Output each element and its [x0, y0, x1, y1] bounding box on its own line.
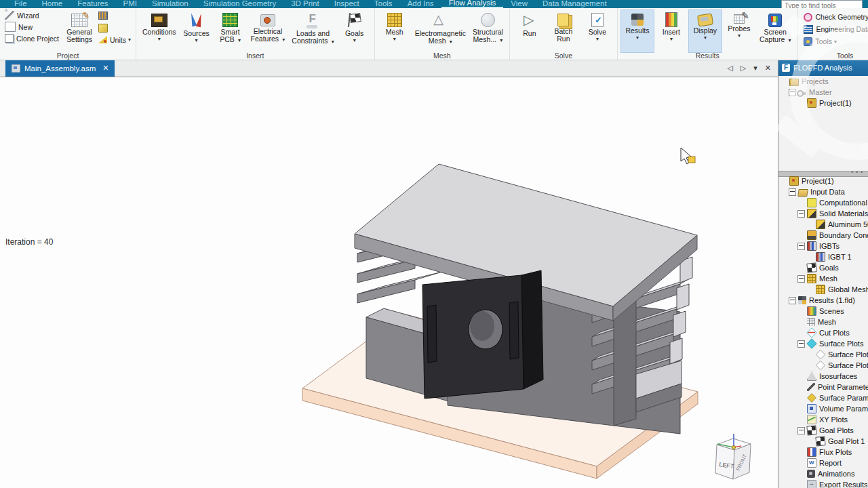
menu-item-home[interactable]: Home [35, 0, 71, 8]
new-button[interactable]: New [3, 21, 61, 33]
conditions-button[interactable]: Conditions▾ [139, 9, 180, 53]
search-input[interactable] [782, 2, 868, 9]
results-button[interactable]: Results▾ [620, 9, 654, 53]
dropdown-arrow-icon: ▾ [128, 37, 131, 43]
tree-item-label: Goals [819, 264, 839, 272]
menu-item-simulation-geometry[interactable]: Simulation Geometry [196, 0, 283, 8]
analysis-tree-item-surface-paramete[interactable]: Surface Paramete [778, 392, 868, 403]
analysis-tree-item-computational-d[interactable]: Computational D [778, 197, 868, 208]
analysis-tree-item-mesh[interactable]: Mesh [778, 317, 868, 327]
analysis-tree-item-igbt-1[interactable]: IGBT 1 [778, 251, 868, 262]
batch-run-button[interactable]: BatchRun [547, 9, 580, 53]
expand-collapse-box[interactable] [797, 210, 805, 218]
menu-item-pmi[interactable]: PMI [116, 0, 144, 8]
analysis-tree-item-project-1[interactable]: Project(1) [778, 176, 868, 186]
units-icon [98, 36, 107, 43]
wizard-button[interactable]: Wizard [3, 9, 61, 21]
goals-button[interactable]: Goals▾ [338, 9, 372, 53]
pcb-chip-button[interactable] [96, 9, 110, 22]
tab-bar-close-icon[interactable]: ✕ [765, 64, 771, 73]
tree-item-label: Input Data [810, 188, 845, 196]
menu-item-inspect[interactable]: Inspect [327, 0, 367, 8]
loads-and-constraints-button[interactable]: Loads andConstraints ▾ [288, 9, 337, 53]
general-settings-button[interactable]: GeneralSettings [62, 9, 96, 53]
run-button[interactable]: Run [513, 9, 547, 53]
analysis-tree-item-export-results[interactable]: Export Results [778, 479, 868, 488]
project-tree-item-project-1[interactable]: Project(1) [778, 98, 868, 108]
ribbon-group-insert: Conditions▾Sources▾SmartPCB ▾ElectricalF… [136, 8, 374, 60]
expand-collapse-box[interactable] [797, 243, 805, 250]
expand-collapse-box[interactable] [789, 188, 796, 196]
electrical-features-button[interactable]: ElectricalFeatures ▾ [248, 9, 289, 53]
menu-item-tools[interactable]: Tools [367, 0, 400, 8]
smart-pcb-button[interactable]: SmartPCB ▾ [214, 9, 248, 53]
analysis-tree-item-xy-plots[interactable]: XY Plots [778, 414, 868, 425]
check-geometry-button[interactable]: Check Geometry [801, 11, 868, 23]
analysis-tree-item-goal-plot-1[interactable]: Goal Plot 1 [778, 436, 868, 447]
analysis-tree-item-animations[interactable]: Animations [778, 468, 868, 479]
analysis-tree-item-igbts[interactable]: IGBTs [778, 241, 868, 251]
tab-list-icon[interactable]: ▾ [753, 64, 757, 73]
insert-button[interactable]: Insert▾ [654, 9, 688, 53]
graphics-viewport[interactable]: Iteration = 40 [0, 77, 778, 488]
tab-main-assembly[interactable]: Main_Assembly.asm ✕ [5, 60, 115, 77]
analysis-tree-item-point-parameters[interactable]: Point Parameters [778, 382, 868, 392]
tree-item-label: Mesh [819, 274, 837, 283]
goals-flag-icon [806, 262, 816, 272]
analysis-tree-item-flux-plots[interactable]: Flux Plots [778, 447, 868, 458]
menu-item-3d-print[interactable]: 3D Print [283, 0, 327, 8]
analysis-tree-item-surface-plot-1[interactable]: Surface Plot 1 [778, 349, 868, 360]
button-label: Sources [183, 30, 210, 37]
engineering-database-button[interactable]: Engineering Database [801, 23, 868, 35]
analysis-tree-item-solid-materials[interactable]: Solid Materials [778, 208, 868, 219]
analysis-tree-item-goal-plots[interactable]: Goal Plots [778, 425, 868, 436]
part-box-button[interactable] [96, 22, 110, 34]
project-tree-item-master[interactable]: Master [778, 87, 868, 98]
mesh-button[interactable]: Mesh▾ [378, 9, 412, 53]
menu-item-simulation[interactable]: Simulation [144, 0, 196, 8]
tab-close-icon[interactable]: ✕ [102, 64, 108, 73]
analysis-tree-item-aluminum-50[interactable]: Aluminum 50 [778, 219, 868, 230]
menu-item-view[interactable]: View [503, 0, 535, 8]
analysis-tree-item-mesh[interactable]: Mesh [778, 273, 868, 284]
menu-item-flow-analysis[interactable]: Flow Analysis [441, 0, 504, 8]
analysis-tree-item-input-data[interactable]: Input Data [778, 186, 868, 197]
analysis-tree-item-surface-plot-2[interactable]: Surface Plot 2 [778, 360, 868, 371]
electromagnetic-mesh-button[interactable]: ElectromagneticMesh ▾ [412, 9, 469, 53]
group-label-tools: Tools [798, 52, 868, 60]
menu-bar: FileHomeFeaturesPMISimulationSimulation … [0, 0, 868, 8]
clone-project-button[interactable]: Clone Project [3, 33, 61, 44]
display-button[interactable]: Display▾ [688, 9, 722, 53]
analysis-tree-item-surface-plots[interactable]: Surface Plots [778, 338, 868, 349]
analysis-tree-item-report[interactable]: Report [778, 458, 868, 468]
structural-mesh-button[interactable]: StructuralMesh... ▾ [469, 9, 507, 53]
analysis-tree-item-isosurfaces[interactable]: Isosurfaces [778, 371, 868, 382]
analysis-tree-item-goals[interactable]: Goals [778, 262, 868, 273]
analysis-tree-item-volume-paramet[interactable]: Volume Paramet [778, 403, 868, 414]
expand-collapse-box[interactable] [789, 297, 796, 304]
probes-button[interactable]: Probes▾ [722, 9, 756, 53]
command-search[interactable] [781, 0, 863, 8]
analysis-tree-item-cut-plots[interactable]: Cut Plots [778, 327, 868, 338]
menu-item-data-management[interactable]: Data Management [535, 0, 614, 8]
screen-capture-button[interactable]: ScreenCapture ▾ [756, 9, 795, 53]
tab-back-icon[interactable]: ◁ [727, 64, 732, 73]
tab-forward-icon[interactable]: ▷ [741, 64, 746, 73]
expand-collapse-box[interactable] [797, 427, 805, 434]
menu-item-file[interactable]: File [7, 0, 35, 8]
expand-collapse-box[interactable] [789, 89, 796, 96]
expand-collapse-box[interactable] [797, 340, 805, 348]
menu-item-features[interactable]: Features [70, 0, 115, 8]
menu-item-add-ins[interactable]: Add Ins [400, 0, 441, 8]
solve-button[interactable]: Solve▾ [580, 9, 614, 53]
analysis-tree-item-results-1-fld[interactable]: Results (1.fld) [778, 295, 868, 306]
analysis-tree-item-global-mesh[interactable]: Global Mesh [778, 284, 868, 295]
sources-button[interactable]: Sources▾ [180, 9, 214, 53]
project-tree-item-projects[interactable]: Projects [778, 76, 868, 87]
expand-collapse-box[interactable] [797, 275, 805, 283]
units-button[interactable]: Units▾ [96, 34, 133, 45]
tools-button[interactable]: Tools▾ [801, 35, 868, 47]
analysis-tree-item-scenes[interactable]: Scenes [778, 306, 868, 317]
analysis-tree-item-boundary-condit[interactable]: Boundary Condit [778, 230, 868, 241]
view-cube[interactable]: LEFT FRONT [715, 434, 751, 479]
